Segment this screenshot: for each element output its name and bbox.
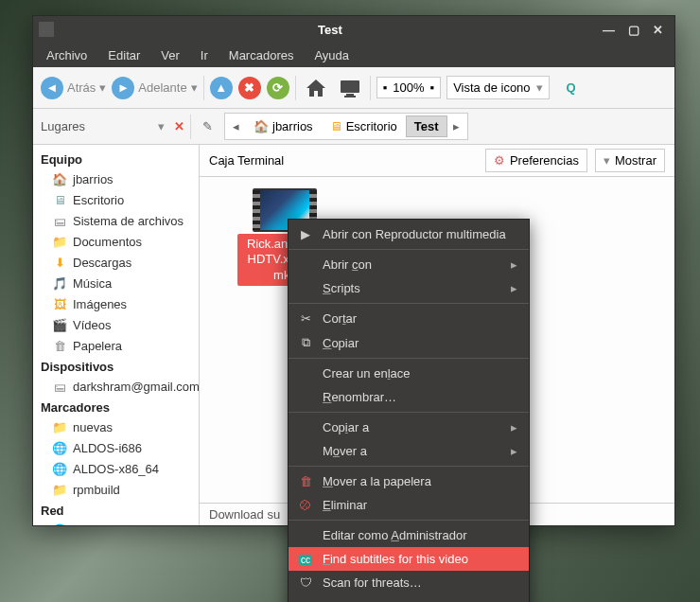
search-button[interactable]: Q [557,74,586,102]
sidebar-item-aldos-i686[interactable]: 🌐ALDOS-i686 [33,437,199,458]
sidebar-item-v-deos[interactable]: 🎬Vídeos [33,314,199,335]
context-menu-item[interactable]: ✂Cortar [289,307,529,330]
sidebar-item-m-sica[interactable]: 🎵Música [33,273,199,293]
back-icon: ◄ [41,77,63,99]
view-mode-select[interactable]: Vista de icono ▾ [446,76,549,99]
submenu-arrow-icon: ▸ [511,444,517,458]
home-icon: 🏠 [254,119,269,133]
context-menu-item[interactable]: Scripts▸ [289,276,529,300]
sidebar-item-im-genes[interactable]: 🖼Imágenes [33,293,199,314]
close-button[interactable]: ✕ [653,23,663,37]
separator [295,76,296,100]
desktop-icon: 🖥 [52,192,67,207]
menu-editar[interactable]: Editar [98,45,149,65]
sidebar-section: Marcadores [33,397,199,416]
svg-rect-1 [346,94,354,96]
sidebar-item-jbarrios[interactable]: 🏠jbarrios [33,168,199,189]
context-menu-item[interactable]: ⧉Copiar [289,330,529,355]
places-selector[interactable]: Lugares ▾ ✕ [41,119,184,133]
trash-icon: 🗑 [52,338,67,353]
stop-button[interactable]: ✖ [238,77,261,99]
music-icon: 🎵 [52,275,67,291]
context-menu-item[interactable]: Comprimir… [289,594,529,602]
menu-ayuda[interactable]: Ayuda [305,45,359,65]
maximize-button[interactable]: ▢ [628,23,639,37]
context-menu-item[interactable]: ccFind subtitles for this video [289,547,529,571]
separator [203,76,204,100]
menu-item-label: Copiar [323,336,359,350]
reload-button[interactable]: ⟳ [267,77,289,99]
path-toggle-button[interactable]: ✎ [197,116,219,136]
context-menu-item[interactable]: Mover a▸ [289,439,529,463]
submenu-arrow-icon: ▸ [511,281,517,295]
menu-ir[interactable]: Ir [191,45,218,65]
sidebar-item-papelera[interactable]: 🗑Papelera [33,335,199,356]
desktop-icon: 🖥 [330,119,342,133]
crumb-jbarrios[interactable]: 🏠jbarrios [245,115,322,137]
sidebar-section: Equipo [33,149,199,168]
menu-separator [289,303,529,304]
places-close-icon[interactable]: ✕ [174,119,184,133]
menu-item-label: Abrir con [323,257,372,272]
context-menu-item[interactable]: Renombrar… [289,385,529,409]
context-menu-item[interactable]: Copiar a▸ [289,416,529,439]
context-menu-item[interactable]: Abrir con▸ [289,253,529,276]
separator [190,115,191,139]
computer-button[interactable] [336,74,364,102]
menu-separator [289,412,529,413]
sidebar-item-aldos-x86-64[interactable]: 🌐ALDOS-x86_64 [33,458,199,479]
zoom-group: ▪ 100% ▪ [376,77,441,98]
crumb-back[interactable]: ◂ [227,116,245,136]
sidebar-item-escritorio[interactable]: 🖥Escritorio [33,189,199,210]
menu-item-label: Renombrar… [323,390,396,404]
context-menu-item[interactable]: ▶Abrir con Reproductor multimedia [289,222,529,246]
sidebar: Equipo🏠jbarrios🖥Escritorio🖴Sistema de ar… [33,145,200,525]
sidebar-item-documentos[interactable]: 📁Documentos [33,231,199,252]
back-button[interactable]: ◄ Atrás ▾ [41,77,106,99]
location-bar: Lugares ▾ ✕ ✎ ◂ 🏠jbarrios 🖥Escritorio Te… [33,109,674,145]
context-menu-item[interactable]: 🛡Scan for threats… [289,571,529,594]
zoom-in-button[interactable]: ▪ [430,80,435,95]
sidebar-item-descargas[interactable]: ⬇Descargas [33,252,199,273]
sidebar-item-label: Música [73,276,112,291]
menu-ver[interactable]: Ver [151,45,189,65]
minimize-button[interactable]: — [603,23,615,37]
sidebar-item-label: Explorar [73,523,118,526]
context-menu-item[interactable]: ⛒Eliminar [289,493,529,517]
show-button[interactable]: ▾Mostrar [595,149,665,172]
menu-item-icon: cc [298,552,313,566]
home-button[interactable] [302,74,330,102]
menu-item-label: Find subtitles for this video [323,552,468,566]
up-button[interactable]: ▲ [210,77,233,99]
sidebar-item-nuevas[interactable]: 📁nuevas [33,416,199,437]
crumb-forward[interactable]: ▸ [447,116,465,136]
zoom-out-button[interactable]: ▪ [383,80,388,95]
sidebar-item-label: Imágenes [73,297,127,311]
folder-icon: 📁 [52,234,67,249]
toolbar: ◄ Atrás ▾ ► Adelante ▾ ▲ ✖ ⟳ ▪ 100% ▪ Vi… [33,67,674,109]
forward-button[interactable]: ► Adelante ▾ [112,77,197,99]
view-mode-label: Vista de icono [453,80,530,95]
titlebar[interactable]: Test — ▢ ✕ [33,16,674,43]
sidebar-item-rpmbuild[interactable]: 📁rpmbuild [33,479,199,500]
menubar: Archivo Editar Ver Ir Marcadores Ayuda [33,43,674,67]
crumb-escritorio[interactable]: 🖥Escritorio [322,115,406,137]
svg-rect-2 [344,96,356,97]
context-menu-item[interactable]: Crear un enlace [289,362,529,385]
crumb-test[interactable]: Test [406,115,447,137]
menu-archivo[interactable]: Archivo [37,45,96,65]
menu-marcadores[interactable]: Marcadores [219,45,304,65]
context-menu-item[interactable]: 🗑Mover a la papelera [289,469,529,493]
menu-item-icon: ▶ [298,227,313,241]
sidebar-item-darkshram-gmail-com[interactable]: 🖴darkshram@gmail.com [33,376,199,397]
context-menu: ▶Abrir con Reproductor multimediaAbrir c… [288,219,530,602]
preferences-button[interactable]: ⚙Preferencias [485,149,587,172]
menu-item-icon: ⛒ [298,498,313,512]
sidebar-item-sistema-de-archivos[interactable]: 🖴Sistema de archivos [33,210,199,231]
context-menu-item[interactable]: Editar como Administrador [289,523,529,547]
sidebar-section: Dispositivos [33,356,199,376]
sidebar-item-label: Vídeos [73,318,111,332]
terminal-label[interactable]: Caja Terminal [209,153,284,168]
places-label: Lugares [41,119,85,133]
sidebar-item-explorar[interactable]: 🌐Explorar [33,520,199,525]
